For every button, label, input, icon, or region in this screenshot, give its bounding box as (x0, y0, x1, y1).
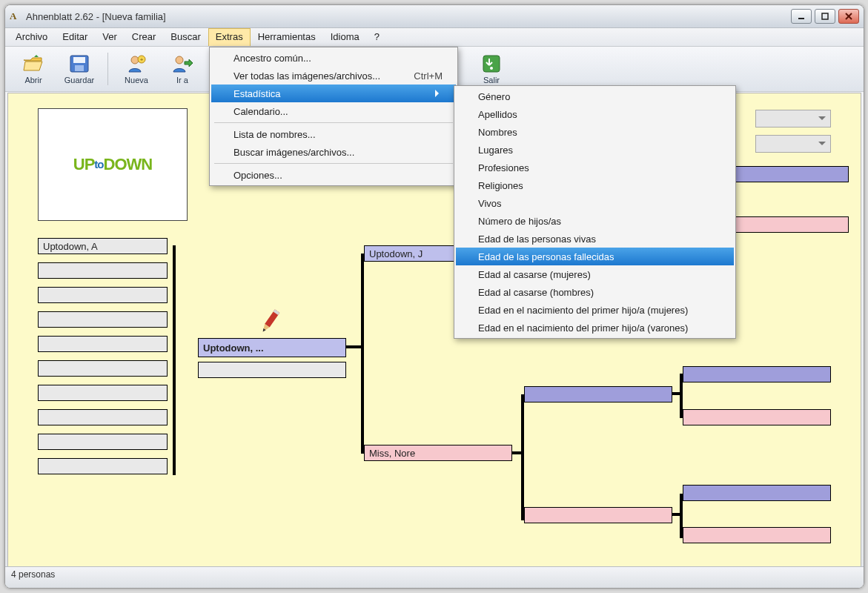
tree-branch (173, 245, 176, 475)
tree-branch (521, 394, 524, 520)
stats-item[interactable]: Nombres (456, 123, 734, 141)
save-icon (69, 53, 90, 74)
toolbar-salir[interactable]: Salir (471, 50, 512, 88)
selected-person-node[interactable]: Uptodown, ... (198, 338, 346, 357)
toolbar-abrir-label: Abrir (24, 76, 42, 85)
svg-rect-1 (822, 13, 828, 19)
sibling-node-0[interactable]: Uptodown, A (38, 238, 168, 254)
svg-rect-6 (75, 65, 84, 71)
maximize-button[interactable] (815, 9, 835, 24)
svg-text:+: + (140, 56, 144, 63)
svg-rect-0 (798, 18, 804, 19)
paternal-grandfather-node[interactable] (524, 386, 672, 402)
paternal-grandmother-node[interactable] (524, 507, 672, 523)
stats-item[interactable]: Edad al casarse (mujeres) (456, 265, 734, 283)
svg-rect-5 (73, 57, 85, 63)
stats-item[interactable]: Lugares (456, 141, 734, 159)
minimize-button[interactable] (791, 9, 812, 24)
stats-item[interactable]: Religiones (456, 176, 734, 194)
toolbar-ir-a-label: Ir a (176, 76, 188, 85)
titlebar: A Ahnenblatt 2.62 - [Nueva familia] (5, 5, 864, 28)
ancestor-node[interactable] (683, 527, 831, 543)
svg-point-13 (490, 67, 493, 70)
app-window: A Ahnenblatt 2.62 - [Nueva familia] Arch… (4, 4, 864, 589)
person-go-icon (172, 53, 193, 74)
toolbar-ir-a[interactable]: Ir a (162, 50, 203, 88)
menubar: Archivo Editar Ver Crear Buscar Extras H… (5, 28, 864, 47)
stats-item[interactable]: Profesiones (456, 159, 734, 176)
stats-item[interactable]: Vivos (456, 194, 734, 212)
toolbar-nueva[interactable]: + Nueva (116, 50, 157, 88)
extras-estadistica[interactable]: Estadística (211, 85, 456, 102)
toolbar-guardar-label: Guardar (64, 76, 94, 85)
stats-item[interactable]: Edad de las personas vivas (456, 230, 734, 248)
stats-item[interactable]: Edad al casarse (hombres) (456, 283, 734, 301)
menu-help[interactable]: ? (367, 28, 387, 46)
estadistica-submenu: GéneroApellidosNombresLugaresProfesiones… (454, 85, 736, 339)
extras-opciones[interactable]: Opciones... (211, 166, 456, 184)
extras-calendario[interactable]: Calendario... (211, 102, 456, 120)
uptodown-logo: UPtoDOWN (73, 155, 152, 174)
menu-editar[interactable]: Editar (55, 28, 95, 46)
sibling-node-7[interactable] (38, 409, 168, 425)
maximize-icon (821, 13, 829, 20)
canvas-dropdown-2[interactable] (755, 135, 831, 153)
extras-ancestro-comun[interactable]: Ancestro común... (211, 49, 456, 67)
window-title: Ahnenblatt 2.62 - [Nueva familia] (26, 11, 791, 22)
sibling-node-4[interactable] (38, 336, 168, 352)
stats-item[interactable]: Edad de las personas fallecidas (456, 248, 734, 265)
stats-item[interactable]: Número de hijos/as (456, 212, 734, 230)
stats-item[interactable]: Género (456, 87, 734, 105)
person-add-icon: + (126, 53, 147, 74)
person-image-box[interactable]: UPtoDOWN (38, 108, 188, 221)
sibling-node-3[interactable] (38, 311, 168, 328)
sibling-node-2[interactable] (38, 287, 168, 303)
toolbar-separator (107, 53, 108, 85)
menu-archivo[interactable]: Archivo (8, 28, 55, 46)
mother-node[interactable]: Miss, Nore (364, 445, 512, 461)
sibling-node-8[interactable] (38, 434, 168, 450)
close-icon (845, 13, 852, 20)
statusbar: 4 personas (5, 566, 864, 588)
stats-item[interactable]: Apellidos (456, 105, 734, 123)
menu-crear[interactable]: Crear (125, 28, 164, 46)
sibling-node-1[interactable] (38, 262, 168, 279)
svg-point-10 (176, 56, 183, 64)
toolbar-abrir[interactable]: Abrir (13, 50, 54, 88)
menu-idioma[interactable]: Idioma (323, 28, 367, 46)
toolbar-nueva-label: Nueva (125, 76, 148, 85)
close-button[interactable] (838, 9, 859, 24)
menu-separator (214, 163, 453, 164)
canvas-dropdown-1[interactable] (755, 110, 831, 127)
extras-lista-nombres[interactable]: Lista de nombres... (211, 125, 456, 143)
tree-branch (361, 254, 364, 454)
ancestor-node[interactable] (683, 409, 831, 425)
extras-buscar-imagenes[interactable]: Buscar imágenes/archivos... (211, 143, 456, 161)
pencil-icon (257, 308, 281, 337)
extras-ver-imagenes[interactable]: Ver todas las imágenes/archivos...Ctrl+M (211, 67, 456, 85)
folder-open-icon (22, 53, 44, 74)
minimize-icon (798, 13, 805, 20)
extras-menu: Ancestro común... Ver todas las imágenes… (209, 47, 458, 186)
menu-extras[interactable]: Extras (208, 28, 251, 46)
submenu-arrow-icon (435, 90, 443, 97)
stats-item[interactable]: Edad en el nacimiento del primer hijo/a … (456, 319, 734, 337)
menu-separator (214, 122, 453, 123)
sibling-node-6[interactable] (38, 385, 168, 401)
ancestor-node[interactable] (683, 366, 831, 382)
sibling-node-9[interactable] (38, 458, 168, 474)
stats-item[interactable]: Edad en el nacimiento del primer hijo/a … (456, 301, 734, 319)
spouse-node[interactable] (198, 362, 346, 378)
toolbar-guardar[interactable]: Guardar (59, 50, 100, 88)
svg-point-7 (131, 56, 139, 64)
toolbar-salir-label: Salir (483, 76, 500, 85)
ancestor-node[interactable] (683, 485, 831, 501)
menu-herramientas[interactable]: Herramientas (251, 28, 323, 46)
status-text: 4 personas (11, 569, 55, 580)
menu-buscar[interactable]: Buscar (163, 28, 208, 46)
menu-ver[interactable]: Ver (95, 28, 125, 46)
sibling-node-5[interactable] (38, 360, 168, 377)
exit-icon (482, 53, 501, 74)
app-icon: A (10, 10, 21, 22)
